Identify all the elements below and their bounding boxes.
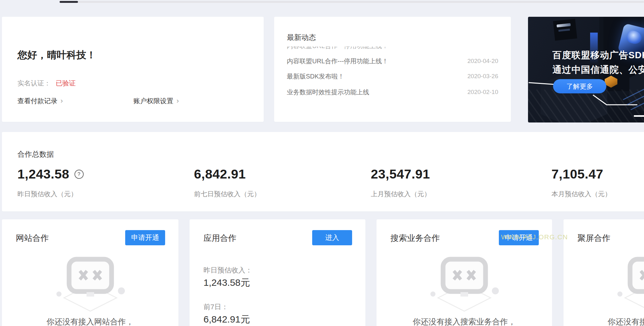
news-item-date: 2020-03-26: [467, 73, 498, 80]
stat-last-month-revenue: 23,547.91 上月预估收入（元）: [371, 132, 536, 211]
empty-state-text: 你还没有接入网站合作，: [2, 317, 178, 326]
greeting-title: 您好，晴叶科技！: [17, 48, 96, 62]
stat-last7days-revenue: 6,842.91 前七日预估收入（元）: [194, 132, 359, 211]
banner-headline: 百度联盟移动广告SDK: [552, 49, 644, 62]
news-item-date: 2020-02-10: [467, 89, 498, 96]
website-coop-card: 网站合作 申请开通 你还没有接入网站合作，: [2, 219, 178, 326]
stat-yesterday-revenue: 1,243.58? 昨日预估收入（元）: [17, 132, 182, 211]
empty-state-text: 你还没有接入搜索业务合作，: [377, 317, 552, 326]
yesterday-revenue-value: 1,243.58元: [203, 276, 250, 289]
screen-coop-card: 聚屏合作 你还没有接入聚屏合作，: [564, 219, 644, 326]
apply-open-button[interactable]: 申请开通: [125, 230, 165, 245]
news-item-link[interactable]: 业务数据时效性提示功能上线: [287, 88, 369, 97]
help-icon[interactable]: ?: [74, 170, 84, 179]
dashboard-page: 您好，晴叶科技！ 实名认证： 已验证 查看付款记录› 账户权限设置› 最新动态 …: [0, 0, 644, 326]
stat-this-month-revenue: 7,105.47 本月预估收入（元）: [551, 132, 644, 211]
banner-subline: 通过中国信通院、公安部: [552, 64, 644, 76]
stat-value: 23,547.91: [371, 167, 430, 182]
news-card-title: 最新动态: [287, 33, 316, 42]
account-permission-label: 账户权限设置: [133, 97, 173, 104]
stat-label: 上月预估收入（元）: [371, 190, 431, 198]
promo-banner[interactable]: 百度联盟移动广告SDK 通过中国信通院、公安部 了解更多: [528, 17, 644, 122]
stat-label: 本月预估收入（元）: [551, 190, 611, 198]
coop-card-title: 聚屏合作: [577, 233, 610, 244]
stat-value: 1,243.58: [17, 167, 69, 181]
coop-card-title: 搜索业务合作: [390, 233, 440, 244]
news-item-link[interactable]: 最新版SDK发布啦！: [287, 72, 344, 81]
stat-value: 7,105.47: [551, 167, 603, 182]
stat-value: 6,842.91: [194, 167, 246, 182]
real-name-status: 已验证: [56, 79, 76, 87]
empty-tv-icon: [54, 257, 127, 317]
empty-tv-icon: [428, 257, 501, 317]
enter-button[interactable]: 进入: [312, 230, 352, 245]
chevron-right-icon: ›: [177, 97, 179, 105]
last7days-revenue-value: 6,842.91元: [203, 313, 250, 326]
greeting-card: 您好，晴叶科技！ 实名认证： 已验证 查看付款记录› 账户权限设置›: [2, 17, 264, 122]
top-scrollbar-track: [60, 1, 644, 3]
coop-card-title: 应用合作: [203, 233, 236, 244]
latest-news-card: 最新动态 内容联盟URL合作---停用功能上线！ 内容联盟URL合作---停用功…: [274, 17, 511, 122]
news-item-date: 2020-04-20: [467, 58, 498, 65]
real-name-label: 实名认证：: [17, 79, 51, 87]
payment-records-link[interactable]: 查看付款记录›: [17, 97, 63, 105]
account-permission-link[interactable]: 账户权限设置›: [133, 97, 179, 105]
news-item-link[interactable]: 内容联盟URL合作---停用功能上线！: [287, 57, 388, 66]
site-watermark: WWW.A5J.ORG.CN: [501, 233, 568, 241]
last7days-revenue-label: 前7日：: [203, 302, 228, 312]
yesterday-revenue-label: 昨日预估收入：: [203, 266, 252, 275]
app-coop-card: 应用合作 进入 昨日预估收入： 1,243.58元 前7日： 6,842.91元: [190, 219, 365, 326]
coop-card-title: 网站合作: [16, 233, 49, 244]
chevron-right-icon: ›: [61, 97, 63, 105]
real-name-verification-row: 实名认证： 已验证: [17, 79, 76, 88]
news-item-row: 业务数据时效性提示功能上线 2020-02-10: [287, 87, 498, 97]
news-item-clipped: 内容联盟URL合作---停用功能上线！: [287, 47, 496, 51]
top-scrollbar-thumb[interactable]: [60, 1, 78, 3]
news-item-row: 内容联盟URL合作---停用功能上线！ 2020-04-20: [287, 56, 498, 66]
news-item-row: 最新版SDK发布啦！ 2020-03-26: [287, 72, 498, 81]
cooperation-stats-card: 合作总数据 1,243.58? 昨日预估收入（元） 6,842.91 前七日预估…: [2, 132, 644, 211]
payment-records-label: 查看付款记录: [17, 97, 57, 104]
stat-label: 昨日预估收入（元）: [17, 190, 77, 198]
empty-tv-icon: [615, 257, 644, 317]
learn-more-button[interactable]: 了解更多: [553, 79, 606, 93]
empty-state-text: 你还没有接入聚屏合作，: [564, 317, 644, 326]
stat-label: 前七日预估收入（元）: [194, 190, 261, 198]
